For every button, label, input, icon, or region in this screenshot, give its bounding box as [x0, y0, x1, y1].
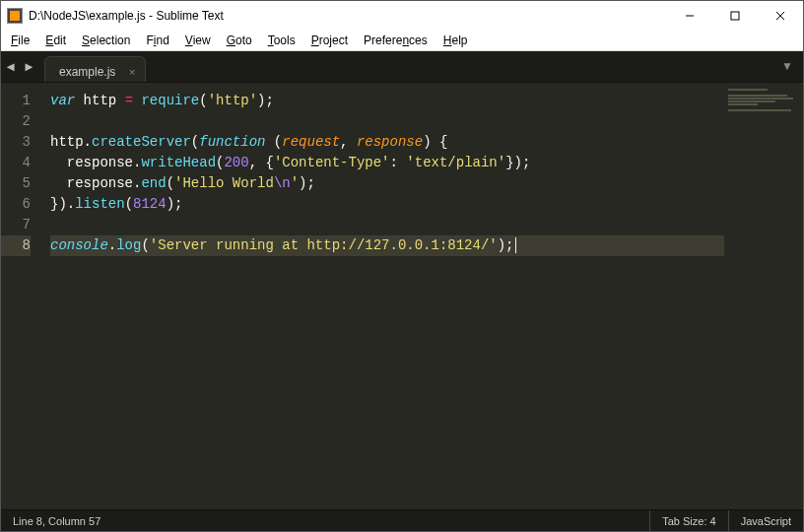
- window-titlebar: D:\NodeJS\example.js - Sublime Text: [1, 1, 803, 31]
- menu-project[interactable]: Project: [303, 32, 356, 49]
- tab-overflow-icon[interactable]: ▼: [781, 59, 793, 73]
- line-number: 5: [1, 173, 31, 194]
- tab-label: example.js: [59, 65, 115, 79]
- window-title: D:\NodeJS\example.js - Sublime Text: [29, 9, 224, 23]
- maximize-button[interactable]: [712, 1, 758, 31]
- code-line[interactable]: [50, 215, 724, 235]
- code-area[interactable]: var http = require('http');http.createSe…: [40, 83, 724, 509]
- line-number: 6: [1, 194, 31, 215]
- tab-nav-forward-icon[interactable]: ►: [23, 59, 35, 74]
- status-cursor-position[interactable]: Line 8, Column 57: [1, 510, 112, 531]
- editor: 12345678 var http = require('http');http…: [1, 83, 803, 509]
- line-number: 3: [1, 132, 31, 153]
- tab-nav-back-icon[interactable]: ◄: [4, 59, 17, 74]
- minimize-button[interactable]: [667, 1, 712, 31]
- app-icon: [7, 8, 23, 24]
- code-line[interactable]: var http = require('http');: [50, 91, 724, 111]
- line-number: 4: [1, 153, 31, 173]
- menu-find[interactable]: Find: [138, 32, 176, 49]
- menu-preferences[interactable]: Preferences: [356, 32, 436, 49]
- svg-rect-1: [10, 11, 20, 21]
- code-line[interactable]: console.log('Server running at http://12…: [50, 235, 724, 256]
- menu-selection[interactable]: Selection: [74, 32, 138, 49]
- status-language[interactable]: JavaScript: [728, 510, 803, 531]
- svg-rect-3: [731, 12, 739, 20]
- close-button[interactable]: [758, 1, 803, 31]
- status-tab-size[interactable]: Tab Size: 4: [649, 510, 727, 531]
- menu-goto[interactable]: Goto: [219, 32, 260, 49]
- tab-bar: ◄ ► example.js × ▼: [1, 51, 803, 83]
- status-bar: Line 8, Column 57 Tab Size: 4 JavaScript: [1, 509, 803, 531]
- menu-tools[interactable]: Tools: [260, 32, 303, 49]
- tab-example-js[interactable]: example.js ×: [44, 56, 146, 82]
- line-number: 1: [1, 91, 31, 111]
- menu-edit[interactable]: Edit: [37, 32, 74, 49]
- line-number: 2: [1, 111, 31, 132]
- menu-view[interactable]: View: [177, 32, 219, 49]
- tab-close-icon[interactable]: ×: [129, 66, 135, 78]
- code-line[interactable]: }).listen(8124);: [50, 194, 724, 215]
- code-line[interactable]: [50, 111, 724, 132]
- line-number: 8: [1, 235, 31, 256]
- text-caret: [515, 237, 516, 253]
- line-number-gutter: 12345678: [1, 83, 40, 509]
- menu-bar: FileEditSelectionFindViewGotoToolsProjec…: [1, 31, 803, 51]
- code-line[interactable]: response.end('Hello World\n');: [50, 173, 724, 194]
- line-number: 7: [1, 215, 31, 235]
- code-line[interactable]: response.writeHead(200, {'Content-Type':…: [50, 153, 724, 173]
- code-line[interactable]: http.createServer(function (request, res…: [50, 132, 724, 153]
- menu-file[interactable]: File: [3, 32, 37, 49]
- menu-help[interactable]: Help: [436, 32, 476, 49]
- tab-nav-arrows: ◄ ►: [1, 51, 38, 82]
- window-controls: [667, 1, 803, 31]
- minimap[interactable]: [724, 83, 803, 509]
